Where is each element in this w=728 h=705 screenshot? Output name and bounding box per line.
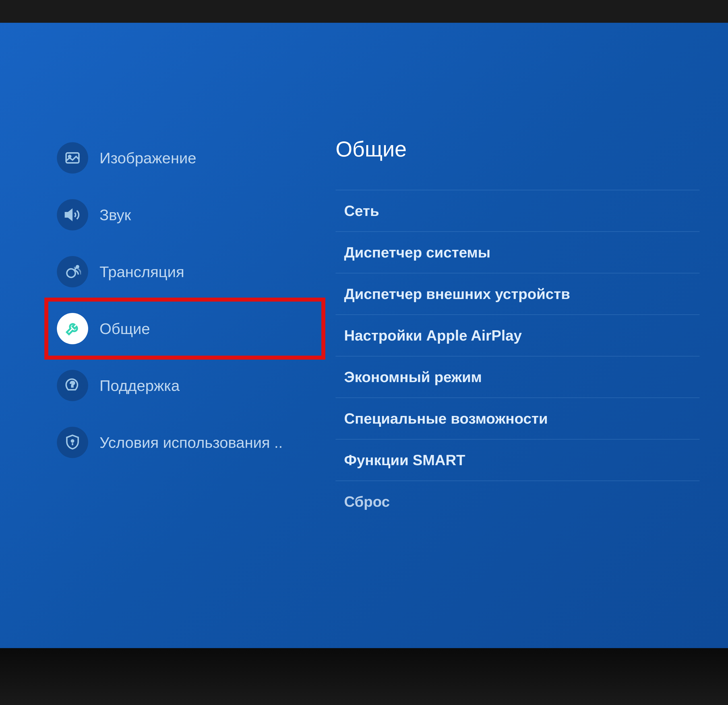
content-item-airplay[interactable]: Настройки Apple AirPlay: [335, 315, 699, 356]
content-item-label: Сброс: [344, 493, 390, 510]
tv-bezel-top: [0, 0, 728, 23]
sidebar-item-label: Изображение: [100, 149, 196, 167]
svg-point-4: [77, 266, 79, 268]
support-icon: ?: [57, 370, 88, 401]
tv-bezel-bottom: [0, 648, 728, 705]
content-item-reset[interactable]: Сброс: [335, 481, 699, 513]
picture-icon: [57, 142, 88, 174]
sidebar-item-picture[interactable]: Изображение: [48, 131, 321, 185]
content-item-eco[interactable]: Экономный режим: [335, 356, 699, 398]
sidebar-item-label: Звук: [100, 206, 131, 224]
content-item-label: Специальные возможности: [344, 410, 548, 427]
content-item-label: Диспетчер внешних устройств: [344, 286, 570, 302]
settings-container: Изображение Звук: [14, 23, 714, 634]
content-item-external-manager[interactable]: Диспетчер внешних устройств: [335, 274, 699, 315]
content-item-accessibility[interactable]: Специальные возможности: [335, 398, 699, 440]
wrench-icon: [57, 313, 88, 344]
content-item-label: Настройки Apple AirPlay: [344, 327, 522, 344]
content-panel: Общие Сеть Диспетчер системы Диспетчер в…: [321, 131, 714, 634]
content-title: Общие: [335, 136, 699, 161]
sidebar-item-terms[interactable]: Условия использования ..: [48, 415, 321, 469]
sidebar-item-sound[interactable]: Звук: [48, 188, 321, 242]
content-item-label: Диспетчер системы: [344, 244, 491, 261]
content-item-system-manager[interactable]: Диспетчер системы: [335, 232, 699, 274]
sidebar-item-support[interactable]: ? Поддержка: [48, 359, 321, 413]
sidebar-item-label: Трансляция: [100, 263, 184, 281]
sidebar-item-general[interactable]: Общие: [44, 298, 325, 360]
sidebar-item-label: Поддержка: [100, 377, 180, 394]
sidebar: Изображение Звук: [14, 131, 321, 634]
svg-point-6: [71, 440, 74, 442]
svg-text:?: ?: [70, 380, 75, 389]
content-item-network[interactable]: Сеть: [335, 190, 699, 232]
content-item-label: Функции SMART: [344, 452, 465, 468]
sidebar-item-label: Общие: [100, 320, 150, 337]
content-item-label: Экономный режим: [344, 369, 482, 385]
sound-icon: [57, 199, 88, 230]
sidebar-item-broadcast[interactable]: Трансляция: [48, 245, 321, 299]
content-item-smart[interactable]: Функции SMART: [335, 440, 699, 481]
content-item-label: Сеть: [344, 203, 379, 219]
sidebar-item-label: Условия использования ..: [100, 434, 283, 451]
shield-icon: [57, 427, 88, 458]
satellite-icon: [57, 256, 88, 287]
tv-screen: Изображение Звук: [0, 0, 728, 705]
